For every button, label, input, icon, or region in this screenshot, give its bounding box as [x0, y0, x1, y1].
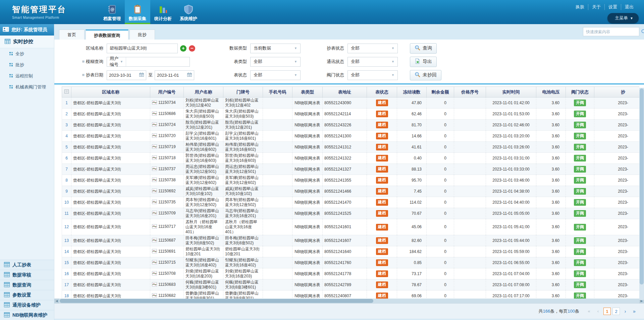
mini-chart-icon[interactable] — [152, 294, 157, 299]
mini-chart-icon[interactable] — [152, 156, 157, 161]
horizontal-scrollbar-thumb[interactable] — [60, 299, 373, 303]
main-menu-button[interactable]: 主菜单▼ — [607, 13, 639, 23]
table-row[interactable]: 10曾都区-碧桂园翠山蓝天3街11150735周本智(碧桂园翠山蓝天3街12座5… — [62, 197, 640, 208]
sidebar-item-通用设备维护[interactable]: 通用设备维护 — [0, 300, 54, 310]
nav-item-统计分析[interactable]: 统计分析 — [150, 0, 176, 24]
area-input[interactable] — [107, 44, 178, 53]
fuzzy-field-select[interactable]: 用户编号▼ — [107, 57, 126, 66]
tab-首页[interactable]: 首页 — [59, 29, 85, 40]
pager-arrow[interactable]: » — [631, 308, 638, 315]
magnifier-icon — [415, 72, 420, 78]
nav-item-系统维护[interactable]: 系统维护 — [176, 0, 201, 24]
sidebar-item-参数设置[interactable]: 参数设置 — [0, 290, 54, 300]
mini-chart-icon[interactable] — [152, 112, 157, 117]
add-area-button[interactable]: + — [180, 45, 186, 52]
cell-area: 曾都区-碧桂园翠山蓝天3街 — [71, 291, 150, 299]
sidebar-item-数据查询[interactable]: 数据查询 — [0, 280, 54, 290]
meter-type-select[interactable]: 全部▼ — [250, 57, 301, 67]
mini-chart-icon[interactable] — [152, 134, 157, 139]
cell-price-no — [454, 164, 486, 175]
scroll-left-arrow[interactable]: ◀ — [54, 299, 59, 303]
mini-chart-icon[interactable] — [152, 200, 157, 205]
table-row[interactable]: 4曾都区-碧桂园翠山蓝天3街11150720彭学义(碧桂园翠山蓝天3街16座60… — [62, 131, 640, 142]
row-number: 9 — [62, 186, 71, 197]
mini-chart-icon[interactable] — [152, 272, 157, 276]
sidebar-section-realtime-reading[interactable]: 实时抄控 — [0, 36, 54, 48]
mini-chart-icon[interactable] — [152, 145, 157, 150]
export-button[interactable]: 导出 — [410, 57, 437, 67]
sidebar-item-机械表阀门管理[interactable]: 机械表阀门管理 — [0, 81, 54, 92]
top-link-退出[interactable]: 退出 — [621, 4, 637, 10]
pager-arrow[interactable]: › — [622, 308, 629, 315]
top-link-关于[interactable]: 关于 — [588, 4, 605, 10]
cell-meter-status: 建档 — [367, 164, 397, 175]
data-type-select[interactable]: 当前数据▼ — [250, 44, 301, 53]
cell-user-id: 11150682 — [150, 291, 184, 299]
column-header-select[interactable] — [62, 87, 71, 98]
sidebar-item-数据审核[interactable]: 数据审核 — [0, 270, 54, 280]
top-link-换肤[interactable]: 换肤 — [572, 4, 588, 10]
mini-chart-icon[interactable] — [152, 189, 157, 194]
mini-chart-icon[interactable] — [152, 178, 157, 183]
nav-item-数据采集[interactable]: 数据采集 — [125, 0, 150, 24]
query-button[interactable]: 查询 — [410, 43, 437, 54]
mini-chart-icon[interactable] — [152, 211, 157, 216]
table-row[interactable]: 6曾都区-碧桂园翠山蓝天3街11150718郭世强(碧桂园翠山蓝天3街16座60… — [62, 153, 640, 164]
vertical-scrollbar-thumb[interactable] — [640, 88, 644, 284]
table-row[interactable]: 1曾都区-碧桂园翠山蓝天3街11150734刘权(碧桂园翠山蓝天3街12座402… — [62, 98, 640, 109]
valve-status-select[interactable]: 全部▼ — [347, 70, 398, 80]
quick-search-input[interactable] — [583, 29, 641, 34]
mini-chart-icon[interactable] — [152, 225, 157, 230]
top-link-设置[interactable]: 设置 — [605, 4, 621, 10]
meter-status-select[interactable]: 全部▼ — [250, 70, 301, 80]
nav-item-档案管理[interactable]: @档案管理 — [99, 0, 125, 24]
select-all-icon[interactable] — [64, 89, 69, 94]
mini-chart-icon[interactable] — [152, 101, 157, 106]
table-row[interactable]: 15曾都区-碧桂园翠山蓝天3街11150715邹耀东(碧桂园翠山蓝天3街16座4… — [62, 257, 640, 268]
sidebar-item-人工抄表[interactable]: 人工抄表 — [0, 260, 54, 270]
table-row[interactable]: 11曾都区-碧桂园翠山蓝天3街11150709马志华(碧桂园翠山蓝天3街16座2… — [62, 208, 640, 219]
table-row[interactable]: 2曾都区-碧桂园翠山蓝天3街11150686朱大庆(碧桂园翠山蓝天3街8座503… — [62, 109, 640, 120]
cell-balance: 0 — [427, 257, 454, 268]
table-row[interactable]: 16曾都区-碧桂园翠山蓝天3街11150708刘俊(碧桂园翠山蓝天3街16座20… — [62, 268, 640, 279]
cell-meter-addr: 805521241525 — [323, 208, 367, 219]
pager-page-1[interactable]: 1 — [603, 308, 611, 315]
sidebar-item-NB物联网表维护[interactable]: NB物联网表维护 — [0, 310, 54, 320]
tab-批抄[interactable]: 批抄 — [129, 29, 155, 40]
mini-chart-icon[interactable] — [152, 123, 157, 128]
sidebar-item-全抄[interactable]: 全抄 — [0, 48, 54, 59]
tab-抄表数据查询[interactable]: 抄表数据查询 — [86, 29, 128, 40]
cell-realtime: 2023-11-01 02:46:00 — [486, 120, 536, 131]
cell-battery: 3.60 — [536, 279, 566, 291]
table-row[interactable]: 13曾都区-碧桂园翠山蓝天3街11150687田冬梅(碧桂园翠山蓝天3街8座50… — [62, 235, 640, 246]
table-row[interactable]: 12曾都区-碧桂园翠山蓝天3街11150717孟秋月（碧桂园翠山蓝天3街16座4… — [62, 219, 640, 235]
table-row[interactable]: 9曾都区-碧桂园翠山蓝天3街11150692戚岚(碧桂园翠山蓝天3街10座102… — [62, 186, 640, 197]
sidebar-item-批抄[interactable]: 批抄 — [0, 59, 54, 70]
not-read-button[interactable]: 未抄回 — [410, 70, 441, 80]
mini-chart-icon[interactable] — [152, 167, 157, 172]
mini-chart-icon[interactable] — [152, 250, 157, 254]
mini-chart-icon[interactable] — [152, 283, 157, 287]
date-to-value: 2023-11-01 — [157, 73, 179, 78]
status-badge: 开阀 — [574, 210, 586, 217]
comm-status-select[interactable]: 全部▼ — [347, 57, 398, 67]
table-row[interactable]: 5曾都区-碧桂园翠山蓝天3街11150719柏伟星(碧桂园翠山蓝天3街16座60… — [62, 142, 640, 153]
table-row[interactable]: 3曾都区-碧桂园翠山蓝天3街11150724殷浩(碧桂园翠山蓝天3街12座201… — [62, 120, 640, 131]
mini-chart-icon[interactable] — [152, 261, 157, 265]
mini-chart-icon[interactable] — [152, 239, 157, 243]
table-row[interactable]: 17曾都区-碧桂园翠山蓝天3街11150683何巍(碧桂园翠山蓝天3街8座3楼6… — [62, 279, 640, 291]
read-status-select[interactable]: 全部▼ — [347, 44, 398, 53]
sidebar-subitems: 全抄批抄远程控制机械表阀门管理 — [0, 48, 54, 92]
sidebar-item-远程控制[interactable]: 远程控制 — [0, 70, 54, 81]
table-row[interactable]: 7曾都区-碧桂园翠山蓝天3街11150737周运忠(碧桂园翠山蓝天3街12座50… — [62, 164, 640, 175]
table-row[interactable]: 8曾都区-碧桂园翠山蓝天3街11150738吴军娜(碧桂园翠山蓝天3街12座60… — [62, 175, 640, 186]
table-row[interactable]: 14曾都区-碧桂园翠山蓝天3街11150691碧桂园翠山蓝天3街10座201碧桂… — [62, 246, 640, 257]
fuzzy-input[interactable] — [126, 57, 190, 66]
date-from-input[interactable]: 2023-10-31 — [107, 70, 146, 80]
search-icon[interactable] — [641, 27, 644, 36]
column-header-frozen_reading: 冻结读数 — [397, 87, 427, 98]
pager-page-2[interactable]: 2 — [612, 308, 620, 315]
remove-area-button[interactable]: − — [189, 45, 195, 52]
table-row[interactable]: 18曾都区-碧桂园翠山蓝天3街11150682曾鹏傲(碧桂园翠山蓝天3街8座30… — [62, 291, 640, 299]
date-to-input[interactable]: 2023-11-01 — [155, 70, 194, 80]
